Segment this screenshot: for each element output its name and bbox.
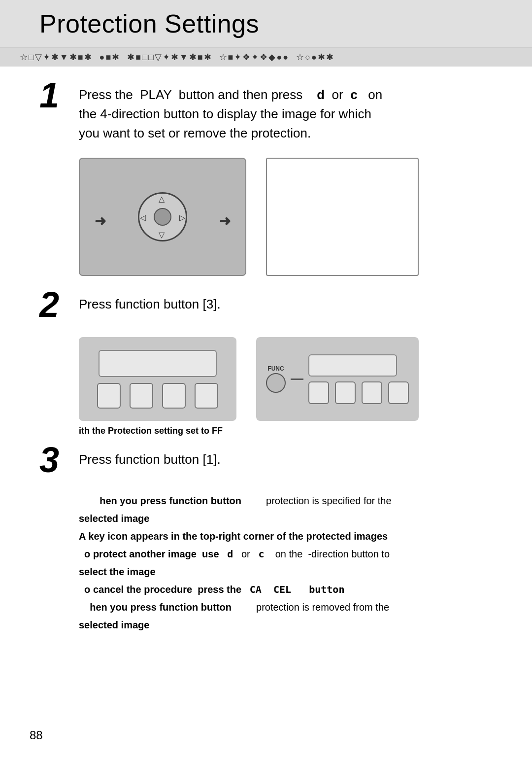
step-2-diagrams: FUNC (79, 337, 502, 421)
func-btn-r1 (308, 381, 329, 404)
func-buttons-right (308, 381, 409, 404)
step-1-images: ➜ △ ▽ ◁ ▷ ➜ (79, 158, 502, 276)
step-2: 2 Press function button [3]. (39, 291, 502, 322)
notes-section: hen you press function button protection… (79, 492, 502, 633)
func-diagram-left (79, 337, 236, 421)
func-btn-4 (195, 383, 218, 409)
step-2-text: Press function button [3]. (79, 291, 221, 314)
step-1-number: 1 (39, 77, 69, 113)
display-box-empty (266, 158, 419, 276)
ff-caption: ith the Protection setting set to FF (79, 426, 502, 436)
note-line-8: selected image (79, 617, 502, 633)
step-3-number: 3 (39, 442, 69, 478)
func-right-content (308, 354, 409, 404)
dpad-center (154, 208, 171, 226)
step-1: 1 Press the PLAY button and then press d… (39, 81, 502, 143)
func-buttons-left (97, 383, 218, 409)
arrow-right-icon: ▷ (179, 213, 185, 222)
func-circle-icon (266, 373, 286, 393)
func-btn-2 (130, 383, 153, 409)
left-arrow-icon: ➜ (95, 213, 106, 229)
func-btn-3 (162, 383, 186, 409)
step-3: 3 Press function button [1]. (39, 446, 502, 478)
func-btn-1 (97, 383, 121, 409)
arrow-down-icon: ▽ (159, 230, 165, 240)
func-screen-right (308, 354, 397, 377)
step-2-number: 2 (39, 287, 69, 322)
note-line-6: o cancel the procedure press the CA CEL … (79, 581, 502, 598)
func-btn-r2 (335, 381, 356, 404)
main-content: 1 Press the PLAY button and then press d… (0, 67, 532, 654)
note-line-5: select the image (79, 563, 502, 580)
note-line-4: o protect another image use d or c on th… (79, 546, 502, 562)
icon-bar-symbols: ☆□▽✦✱▼✱■✱ ●■✱ ✱■□□▽✦✱▼✱■✱ ☆■✦❖✦❖◆●● ☆○●✱… (20, 52, 334, 63)
func-diagram-right: FUNC (256, 337, 419, 421)
step-3-text: Press function button [1]. (79, 446, 221, 469)
page-title: Protection Settings (39, 9, 512, 38)
func-btn-r4 (388, 381, 409, 404)
right-arrow-icon: ➜ (219, 213, 231, 229)
arrow-left-icon: ◁ (140, 213, 146, 222)
page-header: Protection Settings (0, 0, 532, 48)
dpad-diagram: △ ▽ ◁ ▷ (133, 187, 192, 246)
arrow-up-icon: △ (159, 194, 165, 204)
func-connector-line (291, 378, 303, 380)
func-screen-left (99, 350, 217, 377)
note-line-1: hen you press function button protection… (79, 492, 502, 509)
func-label-area: FUNC (266, 365, 286, 393)
page-number: 88 (30, 728, 43, 742)
page-container: Protection Settings ☆□▽✦✱▼✱■✱ ●■✱ ✱■□□▽✦… (0, 0, 532, 757)
icon-bar: ☆□▽✦✱▼✱■✱ ●■✱ ✱■□□▽✦✱▼✱■✱ ☆■✦❖✦❖◆●● ☆○●✱… (0, 48, 532, 67)
func-btn-r3 (362, 381, 382, 404)
note-line-3: A key icon appears in the top-right corn… (79, 528, 502, 545)
note-line-7: hen you press function button protection… (79, 599, 502, 616)
camera-diagram: ➜ △ ▽ ◁ ▷ ➜ (79, 158, 246, 276)
note-line-2: selected image (79, 510, 502, 527)
step-1-text: Press the PLAY button and then press d o… (79, 81, 382, 143)
func-label-text: FUNC (267, 365, 284, 372)
